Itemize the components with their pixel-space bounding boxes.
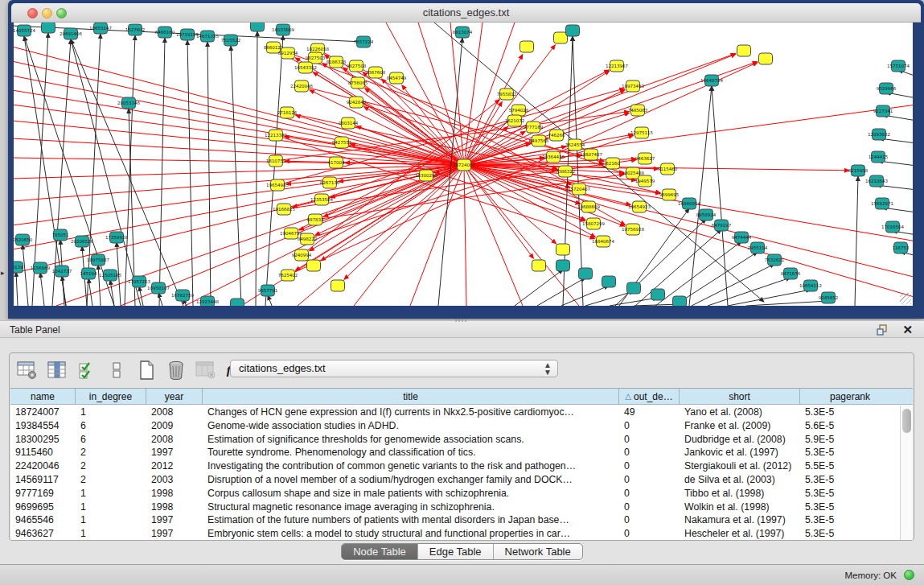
citation-edge-red[interactable] [464,165,913,278]
graph-node-teal[interactable] [673,296,687,306]
citation-edge-black[interactable] [98,265,101,306]
citation-edge-black[interactable] [561,286,609,306]
table-panel-title: Table Panel [10,324,60,336]
citation-edge-black[interactable] [110,280,114,306]
column-header-out-degree[interactable]: △out_de… [619,389,680,404]
citation-edge-red[interactable] [410,165,464,306]
graph-node-yellow[interactable] [556,244,570,255]
window-titlebar[interactable]: citations_edges.txt [11,3,921,23]
citation-edge-black[interactable] [689,86,712,306]
graph-node-teal[interactable] [651,289,665,300]
graph-node-yellow[interactable] [520,41,534,52]
column-header-name[interactable]: name [10,389,76,404]
graph-node-teal[interactable] [566,25,580,36]
citation-edge-red[interactable] [464,165,579,306]
graph-node-yellow[interactable] [737,45,751,56]
table-row[interactable]: 1938455462009Genome-wide association stu… [10,419,900,433]
table-row[interactable]: 911546021997Tourette syndrome. Phenomeno… [10,446,900,459]
citation-edge-black[interactable] [16,272,18,306]
graph-node-teal[interactable] [579,268,593,279]
column-header-short[interactable]: short [680,389,800,404]
graph-node-teal[interactable] [556,260,570,271]
citation-edge-black[interactable] [231,46,241,306]
graph-node-label: 8912954 [278,51,298,56]
graph-node-teal[interactable] [627,282,641,294]
column-header-title[interactable]: title [203,389,619,404]
splitter-grip[interactable] [455,319,466,322]
citation-edge-black[interactable] [537,278,585,306]
table-panel: Table Panel ✕ [0,320,924,585]
row-height-icon[interactable] [105,359,128,381]
citation-edge-black[interactable] [23,245,28,306]
column-header-pagerank[interactable]: pagerank [800,389,900,404]
float-panel-icon[interactable] [877,324,889,336]
table-row[interactable]: 2242004622012Investigating the contribut… [10,459,900,473]
citation-edge-black[interactable] [655,241,741,306]
sidebar-expand-arrow[interactable]: ▸ [1,269,5,277]
citation-edge-black[interactable] [610,298,658,306]
table-cell: 1997 [146,513,203,527]
graph-node-label: 10688609 [577,204,600,209]
citation-edge-red[interactable] [14,165,464,201]
table-row[interactable]: 977716911998Corpus callosum shape and si… [10,487,900,501]
tab-edge-table[interactable]: Edge Table [418,544,494,559]
citation-edge-black[interactable] [207,42,211,306]
citation-edge-red[interactable] [14,105,464,165]
citation-edge-black[interactable] [635,229,721,306]
citation-edge-red[interactable] [464,165,523,306]
graph-node-yellow[interactable] [307,260,321,271]
table-selector-dropdown[interactable]: citations_edges.txt ▲▼ [230,360,558,377]
canvas-resize-grip[interactable] [900,293,911,304]
scrollbar-thumb[interactable] [902,409,911,433]
close-panel-icon[interactable]: ✕ [902,323,913,337]
citation-edge-red[interactable] [354,165,464,306]
table-vertical-scrollbar[interactable] [900,406,913,540]
table-row[interactable]: 946554611997Estimation of the future num… [10,513,900,527]
column-header-year[interactable]: year [146,389,203,404]
citation-edge-red[interactable] [364,107,464,165]
citation-edge-black[interactable] [159,38,165,306]
table-row[interactable]: 946362711997Embryonic stem cells: a mode… [10,527,900,540]
citation-edge-black[interactable] [256,31,257,306]
graph-node-teal[interactable] [42,23,55,33]
citation-edge-black[interactable] [71,39,183,306]
table-cell: 0 [619,473,680,487]
citation-edge-black[interactable] [855,176,858,306]
graph-node-yellow[interactable] [532,260,546,271]
table-row[interactable]: 969969511998Structural magnetic resonanc… [10,501,900,514]
table-options-icon[interactable] [16,359,39,381]
delete-trash-icon[interactable] [165,359,187,381]
citation-edge-black[interactable] [746,301,828,306]
new-document-icon[interactable] [135,359,158,381]
citation-edge-red[interactable] [14,165,464,225]
column-header-in-degree[interactable]: in_degree [76,389,146,404]
graph-node-yellow[interactable] [331,280,345,291]
network-canvas[interactable]: 1872400718300295866012389129541822605898… [14,23,913,306]
table-row[interactable]: 1456911722003Disruption of a novel membe… [10,473,900,487]
tab-node-table[interactable]: Node Table [342,544,418,559]
graph-node-teal[interactable] [251,23,265,31]
citation-edge-red[interactable] [14,165,464,179]
citation-edge-red[interactable] [464,165,913,298]
citation-edge-black[interactable] [585,291,634,306]
select-all-checkboxes-icon[interactable] [76,359,98,381]
table-row[interactable]: 1872400712008Changes of HCN gene express… [10,406,900,419]
graph-node-teal[interactable] [602,276,616,287]
table-cell: Investigating the contribution of common… [203,459,619,473]
citation-edge-black[interactable] [268,295,272,306]
citation-edge-red[interactable] [464,165,625,226]
table-cell: 18300295 [10,433,76,447]
citation-edge-black[interactable] [515,270,563,306]
citation-edge-black[interactable] [40,273,44,306]
graph-node-yellow[interactable] [554,32,568,43]
tab-network-table[interactable]: Network Table [494,544,582,559]
citation-edge-red[interactable] [464,165,466,306]
citation-edge-black[interactable] [88,278,92,306]
table-row[interactable]: 1830029562008Estimation of significance … [10,433,900,447]
graph-node-yellow[interactable] [759,53,773,64]
citation-edge-red[interactable] [464,105,913,165]
citation-edge-black[interactable] [728,290,811,306]
column-visibility-icon[interactable] [46,359,68,381]
graph-node-teal[interactable] [231,299,244,306]
citation-edge-black[interactable] [71,39,141,306]
